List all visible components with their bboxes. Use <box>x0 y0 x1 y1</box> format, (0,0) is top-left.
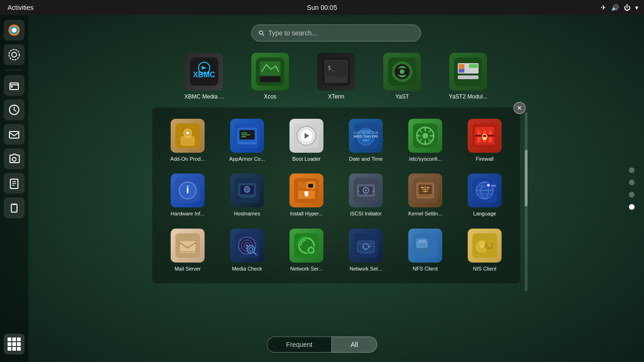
dot-3[interactable] <box>629 192 635 197</box>
svg-point-4 <box>9 49 19 60</box>
right-dots-nav <box>629 167 635 210</box>
app-etcsysconf[interactable]: /etc/sysconfi... <box>397 115 453 166</box>
app-kernel[interactable]: Kernel Settin... <box>397 170 453 221</box>
grid-icon <box>8 337 21 351</box>
svg-point-110 <box>310 249 313 252</box>
app-installhyper[interactable]: Install Hyper... <box>279 170 334 221</box>
app-mailserver[interactable]: Mail Server <box>160 225 215 276</box>
svg-point-126 <box>488 244 491 247</box>
clock-display: Sun 00:05 <box>307 4 337 11</box>
app-networksett[interactable]: Network Set... <box>338 225 394 276</box>
svg-point-3 <box>12 52 17 57</box>
app-tile-yast[interactable]: YaST <box>372 49 433 104</box>
etcsysconf-label: /etc/sysconfi... <box>409 156 442 162</box>
app-hwinfo[interactable]: i Hardware Inf... <box>160 170 215 221</box>
kernel-label: Kernel Settin... <box>408 210 442 217</box>
nisclient-icon <box>468 229 502 263</box>
dot-2[interactable] <box>629 180 635 185</box>
svg-point-15 <box>259 31 263 34</box>
search-input[interactable] <box>268 29 414 37</box>
tab-all[interactable]: All <box>331 337 378 353</box>
airplane-mode-icon[interactable]: ✈ <box>601 4 606 11</box>
app-hostnames[interactable]: Hostnames <box>219 170 275 221</box>
activities-button[interactable]: Activities <box>6 4 35 11</box>
svg-point-2 <box>12 28 17 33</box>
panel-scrollbar[interactable] <box>525 112 528 291</box>
yast-label: YaST <box>395 93 409 100</box>
xbmc-label: XBMC Media ... <box>184 93 224 100</box>
datetime-label: Date and Time <box>349 156 383 162</box>
search-bar <box>251 25 421 41</box>
app-grid-button[interactable] <box>4 334 25 354</box>
bootloader-label: Boot Loader <box>292 156 321 162</box>
nisclient-label: NIS Client <box>473 265 496 272</box>
xterm-label: XTerm <box>328 93 345 100</box>
yast2-label: YaST2 Modul... <box>449 93 487 100</box>
firewall-icon <box>468 119 502 153</box>
search-container <box>251 25 421 41</box>
addon-products-label: Add-On Prod... <box>170 156 205 162</box>
svg-rect-112 <box>357 241 374 252</box>
sidebar-app-mail[interactable] <box>4 124 25 145</box>
sidebar-app-clipboard[interactable] <box>4 197 25 218</box>
datetime-icon: SUN MON TUE WED THU FRI SAT <box>349 119 383 153</box>
app-nfsclient[interactable]: NFS Client <box>397 225 453 276</box>
app-iscsi[interactable]: iSCSI Initiator <box>338 170 394 221</box>
panel-scrollbar-thumb[interactable] <box>525 150 528 206</box>
svg-text:i: i <box>186 184 189 196</box>
svg-point-9 <box>12 157 16 161</box>
search-icon <box>258 30 264 36</box>
dot-1[interactable] <box>629 167 635 173</box>
sidebar <box>0 15 28 362</box>
bottom-tabs: Frequent All <box>267 337 378 353</box>
sidebar-app-notes[interactable] <box>4 173 25 194</box>
app-networkser[interactable]: Network Ser... <box>279 225 334 276</box>
svg-rect-97 <box>179 241 196 253</box>
svg-point-82 <box>365 189 367 191</box>
svg-text:NIS: NIS <box>491 184 496 187</box>
iscsi-label: iSCSI Initiator <box>350 210 381 217</box>
tab-frequent[interactable]: Frequent <box>267 337 331 353</box>
networkser-label: Network Ser... <box>290 265 322 272</box>
panel-close-button[interactable]: ✕ <box>513 102 526 114</box>
app-panel: ✕ Add-On Prod... <box>152 107 520 283</box>
firewall-label: Firewall <box>476 156 494 162</box>
bootloader-icon <box>289 119 323 153</box>
svg-text:$_: $_ <box>328 65 335 71</box>
sidebar-app-screenshot[interactable] <box>4 148 25 169</box>
app-language[interactable]: NIS Language <box>457 170 512 221</box>
installhyper-icon <box>289 173 323 207</box>
xbmc-icon: XBMC <box>185 53 223 90</box>
power-arrow-icon[interactable]: ▾ <box>635 4 638 11</box>
language-label: Language <box>473 210 496 217</box>
svg-point-55 <box>422 133 428 139</box>
app-apparmor[interactable]: AppArmor Co... <box>219 115 275 166</box>
system-tray: ✈ 🔊 ⏻ ▾ <box>601 4 638 11</box>
hwinfo-icon: i <box>171 173 205 207</box>
app-bootloader[interactable]: Boot Loader <box>279 115 334 166</box>
sidebar-app-firefox[interactable] <box>4 20 25 41</box>
xcos-icon <box>251 53 289 90</box>
app-tile-yast2[interactable]: YaST2 Modul... <box>438 49 499 104</box>
dot-4[interactable] <box>629 204 635 210</box>
app-nisclient[interactable]: NIS Client <box>457 225 512 276</box>
power-icon[interactable]: ⏻ <box>624 4 630 11</box>
top-apps-row: XBMC XBMC Media ... Xcos <box>173 49 499 104</box>
app-datetime[interactable]: SUN MON TUE WED THU FRI SAT Date and Tim… <box>338 115 394 166</box>
svg-rect-8 <box>9 132 19 138</box>
app-firewall[interactable]: Firewall <box>457 115 512 166</box>
sidebar-app-timeshift[interactable] <box>4 99 25 120</box>
volume-icon[interactable]: 🔊 <box>611 4 619 11</box>
app-addon-products[interactable]: Add-On Prod... <box>160 115 215 166</box>
app-tile-xcos[interactable]: Xcos <box>239 49 301 104</box>
svg-point-102 <box>246 245 248 247</box>
svg-point-87 <box>427 187 429 189</box>
svg-rect-119 <box>418 247 428 252</box>
networksett-icon <box>349 229 383 263</box>
svg-rect-77 <box>308 184 313 188</box>
app-tile-xbmc[interactable]: XBMC XBMC Media ... <box>173 49 235 104</box>
app-tile-xterm[interactable]: $_ XTerm <box>305 49 367 104</box>
sidebar-app-backup[interactable] <box>4 75 25 96</box>
app-mediacheck[interactable]: Media Check <box>219 225 275 276</box>
sidebar-app-settings[interactable] <box>4 44 25 65</box>
